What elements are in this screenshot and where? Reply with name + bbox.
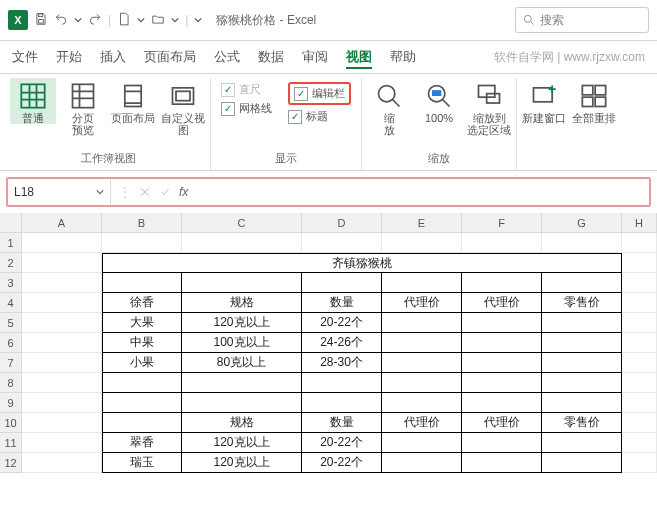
- cell[interactable]: [622, 233, 657, 253]
- cell[interactable]: [462, 453, 542, 473]
- tab-help[interactable]: 帮助: [390, 48, 416, 66]
- row-header[interactable]: 10: [0, 413, 22, 433]
- cell[interactable]: [462, 233, 542, 253]
- zoom-100-button[interactable]: 100%: [416, 78, 462, 124]
- cell[interactable]: [622, 313, 657, 333]
- chevron-down-icon[interactable]: [137, 16, 145, 24]
- cell[interactable]: [622, 253, 657, 273]
- cell[interactable]: [382, 433, 462, 453]
- cell[interactable]: [302, 373, 382, 393]
- cell[interactable]: 规格: [182, 293, 302, 313]
- tab-data[interactable]: 数据: [258, 48, 284, 66]
- fx-icon[interactable]: fx: [179, 185, 188, 199]
- cell[interactable]: [542, 273, 622, 293]
- cell[interactable]: [622, 293, 657, 313]
- cell[interactable]: 120克以上: [182, 453, 302, 473]
- cell[interactable]: [22, 233, 102, 253]
- cell[interactable]: [22, 253, 102, 273]
- col-header-B[interactable]: B: [102, 213, 182, 233]
- cell[interactable]: [382, 453, 462, 473]
- cell[interactable]: [102, 393, 182, 413]
- name-box[interactable]: L18: [8, 179, 111, 205]
- chevron-down-icon[interactable]: [171, 16, 179, 24]
- open-file-icon[interactable]: [151, 12, 165, 29]
- select-all-button[interactable]: [0, 213, 22, 233]
- cell[interactable]: 翠香: [102, 433, 182, 453]
- new-file-icon[interactable]: [117, 12, 131, 29]
- cell[interactable]: [22, 293, 102, 313]
- col-header-F[interactable]: F: [462, 213, 542, 233]
- cell[interactable]: 徐香: [102, 293, 182, 313]
- cell-merged-title[interactable]: 齐镇猕猴桃: [102, 253, 622, 273]
- row-header[interactable]: 5: [0, 313, 22, 333]
- cell[interactable]: 20-22个: [302, 313, 382, 333]
- tab-file[interactable]: 文件: [12, 48, 38, 66]
- cell[interactable]: 规格: [182, 413, 302, 433]
- cell[interactable]: 28-30个: [302, 353, 382, 373]
- cell[interactable]: [302, 393, 382, 413]
- redo-icon[interactable]: [88, 12, 102, 29]
- cell[interactable]: [382, 333, 462, 353]
- cell[interactable]: [542, 453, 622, 473]
- cell[interactable]: [382, 393, 462, 413]
- row-header[interactable]: 11: [0, 433, 22, 453]
- row-header[interactable]: 4: [0, 293, 22, 313]
- view-custom-button[interactable]: 自定义视图: [160, 78, 206, 136]
- cell[interactable]: [542, 313, 622, 333]
- cell[interactable]: [622, 353, 657, 373]
- cell[interactable]: 80克以上: [182, 353, 302, 373]
- cell[interactable]: [622, 453, 657, 473]
- cell[interactable]: [102, 233, 182, 253]
- cell[interactable]: [22, 273, 102, 293]
- cell[interactable]: 零售价: [542, 413, 622, 433]
- checkbox-headings[interactable]: ✓ 标题: [288, 109, 351, 124]
- arrange-all-button[interactable]: 全部重排: [571, 78, 617, 124]
- cell[interactable]: [542, 433, 622, 453]
- view-pagelayout-button[interactable]: 页面布局: [110, 78, 156, 124]
- checkbox-gridlines[interactable]: ✓ 网格线: [221, 101, 272, 116]
- cell[interactable]: [622, 273, 657, 293]
- new-window-button[interactable]: 新建窗口: [521, 78, 567, 124]
- cell[interactable]: [462, 393, 542, 413]
- cell[interactable]: [462, 273, 542, 293]
- cell[interactable]: 代理价: [382, 293, 462, 313]
- cell[interactable]: [462, 353, 542, 373]
- cell[interactable]: 代理价: [382, 413, 462, 433]
- cell[interactable]: 数量: [302, 293, 382, 313]
- cell[interactable]: [22, 373, 102, 393]
- tab-home[interactable]: 开始: [56, 48, 82, 66]
- view-normal-button[interactable]: 普通: [10, 78, 56, 124]
- cell[interactable]: [542, 333, 622, 353]
- cell[interactable]: [22, 433, 102, 453]
- row-header[interactable]: 9: [0, 393, 22, 413]
- cell[interactable]: [462, 433, 542, 453]
- cell[interactable]: [182, 273, 302, 293]
- cell[interactable]: [102, 273, 182, 293]
- cell[interactable]: 100克以上: [182, 333, 302, 353]
- row-header[interactable]: 2: [0, 253, 22, 273]
- col-header-D[interactable]: D: [302, 213, 382, 233]
- undo-icon[interactable]: [54, 12, 68, 29]
- cell[interactable]: [542, 393, 622, 413]
- enter-icon[interactable]: [159, 186, 171, 198]
- cell[interactable]: 数量: [302, 413, 382, 433]
- row-header[interactable]: 12: [0, 453, 22, 473]
- col-header-C[interactable]: C: [182, 213, 302, 233]
- cell[interactable]: [302, 273, 382, 293]
- cell[interactable]: [382, 313, 462, 333]
- row-header[interactable]: 3: [0, 273, 22, 293]
- cell[interactable]: 中果: [102, 333, 182, 353]
- search-input[interactable]: 搜索: [515, 7, 649, 33]
- cell[interactable]: [462, 333, 542, 353]
- zoom-button[interactable]: 缩 放: [366, 78, 412, 136]
- qat-customize-icon[interactable]: [194, 16, 202, 24]
- cell[interactable]: [22, 353, 102, 373]
- cell[interactable]: [382, 273, 462, 293]
- tab-formulas[interactable]: 公式: [214, 48, 240, 66]
- cell[interactable]: 大果: [102, 313, 182, 333]
- cell[interactable]: 代理价: [462, 413, 542, 433]
- cell[interactable]: [622, 413, 657, 433]
- cell[interactable]: 小果: [102, 353, 182, 373]
- col-header-A[interactable]: A: [22, 213, 102, 233]
- col-header-H[interactable]: H: [622, 213, 657, 233]
